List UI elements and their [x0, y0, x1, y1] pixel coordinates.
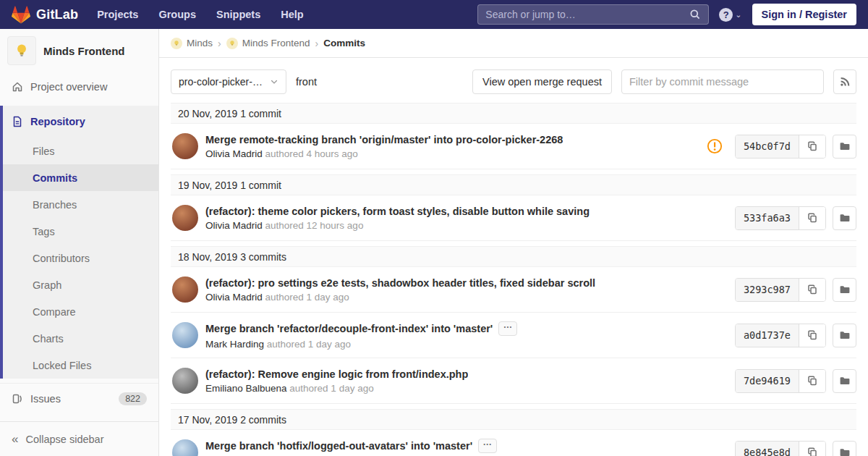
global-search[interactable]	[477, 4, 709, 25]
gitlab-tanuki-icon	[12, 6, 30, 24]
commit-author-link[interactable]: Olivia Madrid	[205, 220, 263, 231]
project-name[interactable]: Minds Frontend	[43, 45, 125, 57]
sidebar-item-compare[interactable]: Compare	[3, 298, 158, 325]
main-content: Minds › Minds Frontend › Commits pro-col…	[159, 29, 868, 456]
commit-sha-link[interactable]: 533fa6a3	[736, 207, 799, 229]
sidebar-item-graph[interactable]: Graph	[3, 271, 158, 298]
author-avatar[interactable]	[172, 276, 198, 303]
copy-sha-button[interactable]	[799, 442, 825, 456]
copy-sha-button[interactable]	[799, 324, 825, 347]
commit-author-link[interactable]: Emiliano Balbuena	[205, 383, 287, 394]
browse-files-button[interactable]	[833, 278, 856, 302]
commit-sha-link[interactable]: 8e845e8d	[736, 442, 799, 456]
commit-title-link[interactable]: Merge branch 'refactor/decouple-front-in…	[205, 323, 493, 334]
search-icon	[689, 9, 701, 20]
sidebar-item-charts[interactable]: Charts	[3, 325, 158, 352]
sidebar-item-contributors[interactable]: Contributors	[3, 245, 158, 271]
navbar-item-snippets[interactable]: Snippets	[216, 9, 260, 20]
sidebar-item-commits[interactable]: Commits	[3, 164, 158, 191]
copy-sha-icon	[807, 284, 818, 295]
commit-author-link[interactable]: Olivia Madrid	[205, 148, 263, 159]
commit-authored-time: authored 4 hours ago	[263, 148, 358, 159]
commit-actions: a0d1737e	[735, 324, 856, 347]
project-avatar[interactable]	[7, 36, 36, 65]
sidebar-item-issues[interactable]: Issues 822	[0, 383, 158, 413]
author-avatar[interactable]	[172, 205, 198, 231]
search-input[interactable]	[485, 9, 689, 20]
collapse-icon: «	[12, 432, 18, 447]
commit-title-link[interactable]: Merge remote-tracking branch 'origin/mas…	[205, 134, 563, 145]
repository-subnav: FilesCommitsBranchesTagsContributorsGrap…	[3, 138, 158, 379]
navbar-item-help[interactable]: Help	[281, 9, 303, 20]
sidebar-item-files[interactable]: Files	[3, 138, 158, 164]
sign-in-button[interactable]: Sign in / Register	[752, 4, 856, 25]
collapse-sidebar-button[interactable]: « Collapse sidebar	[0, 421, 158, 456]
commit-message-filter-input[interactable]	[621, 69, 824, 94]
commit-row: Merge branch 'refactor/decouple-front-in…	[171, 313, 856, 358]
browse-files-folder-icon	[839, 329, 851, 341]
chevron-down-icon: ⌄	[735, 10, 741, 20]
copy-sha-button[interactable]	[799, 370, 825, 392]
collapse-label: Collapse sidebar	[25, 434, 103, 445]
sidebar-item-project-overview[interactable]: Project overview	[0, 72, 158, 101]
commits-feed-button[interactable]	[833, 69, 856, 94]
commit-sha-link[interactable]: 7de94619	[736, 370, 799, 392]
browse-files-button[interactable]	[833, 135, 856, 159]
breadcrumb-separator: ›	[218, 38, 221, 49]
author-avatar[interactable]	[172, 368, 198, 394]
author-avatar[interactable]	[172, 133, 198, 159]
commit-actions: 8e845e8d	[735, 441, 856, 456]
commit-sha-link[interactable]: 3293c987	[736, 279, 799, 301]
sidebar-item-repository[interactable]: Repository	[3, 106, 158, 138]
browse-files-button[interactable]	[833, 206, 856, 230]
commit-authored-time: authored 1 day ago	[264, 339, 351, 350]
commit-author-link[interactable]: Mark Harding	[205, 339, 264, 350]
gitlab-logo[interactable]: GitLab	[12, 6, 78, 24]
commit-title-link[interactable]: (refactor): pro settings e2e tests, shad…	[205, 277, 595, 289]
commit-row: Merge branch 'hotfix/logged-out-avatars'…	[171, 430, 856, 456]
copy-sha-button[interactable]	[799, 207, 825, 229]
document-icon	[12, 116, 23, 127]
commit-sha-group: a0d1737e	[735, 324, 826, 347]
commit-title-link[interactable]: Merge branch 'hotfix/logged-out-avatars'…	[205, 440, 472, 452]
copy-sha-icon	[807, 375, 818, 387]
browse-files-button[interactable]	[833, 369, 856, 393]
commit-sha-link[interactable]: a0d1737e	[736, 324, 799, 347]
navbar-item-projects[interactable]: Projects	[97, 9, 138, 20]
browse-files-button[interactable]	[833, 441, 856, 456]
copy-sha-icon	[807, 329, 818, 341]
issues-count-badge: 822	[119, 392, 147, 405]
copy-sha-button[interactable]	[799, 135, 825, 158]
commit-date-section: 17 Nov, 2019 2 commitsMerge branch 'hotf…	[171, 409, 856, 456]
commit-date-section: 20 Nov, 2019 1 commitMerge remote-tracki…	[171, 103, 856, 169]
issues-icon	[12, 393, 23, 405]
author-avatar[interactable]	[172, 439, 198, 456]
help-menu[interactable]: ? ⌄	[719, 8, 741, 22]
commit-sha-group: 8e845e8d	[735, 441, 826, 456]
commit-title-link[interactable]: (refactor): theme color pickers, form to…	[205, 206, 590, 217]
commit-row: (refactor): theme color pickers, form to…	[171, 195, 856, 241]
author-avatar[interactable]	[172, 322, 198, 348]
commit-row: (refactor): Remove engine logic from fro…	[171, 358, 856, 404]
expand-commit-description-button[interactable]: ···	[478, 439, 497, 453]
sidebar-item-tags[interactable]: Tags	[3, 218, 158, 245]
view-open-merge-request-button[interactable]: View open merge request	[472, 69, 612, 94]
commit-actions: 533fa6a3	[735, 206, 856, 230]
commit-title-link[interactable]: (refactor): Remove engine logic from fro…	[205, 368, 468, 380]
copy-sha-button[interactable]	[799, 279, 825, 301]
expand-commit-description-button[interactable]: ···	[498, 321, 517, 336]
sidebar-item-locked-files[interactable]: Locked Files	[3, 352, 158, 379]
breadcrumb-item-group[interactable]: Minds	[171, 38, 213, 49]
ci-status-warning-icon[interactable]	[707, 138, 723, 154]
sidebar-item-branches[interactable]: Branches	[3, 191, 158, 218]
navbar-item-groups[interactable]: Groups	[158, 9, 196, 20]
commit-authored-time: authored 12 hours ago	[263, 220, 364, 231]
branch-selector-dropdown[interactable]: pro-color-picker-…	[171, 69, 286, 94]
browse-files-folder-icon	[839, 375, 851, 387]
commit-author-link[interactable]: Olivia Madrid	[205, 292, 263, 303]
commit-date-header: 18 Nov, 2019 3 commits	[171, 246, 856, 267]
commit-sha-link[interactable]: 54bc0f7d	[736, 135, 799, 158]
browse-files-button[interactable]	[833, 324, 856, 347]
breadcrumb-item-project[interactable]: Minds Frontend	[226, 38, 310, 49]
commit-sha-group: 54bc0f7d	[735, 135, 826, 159]
